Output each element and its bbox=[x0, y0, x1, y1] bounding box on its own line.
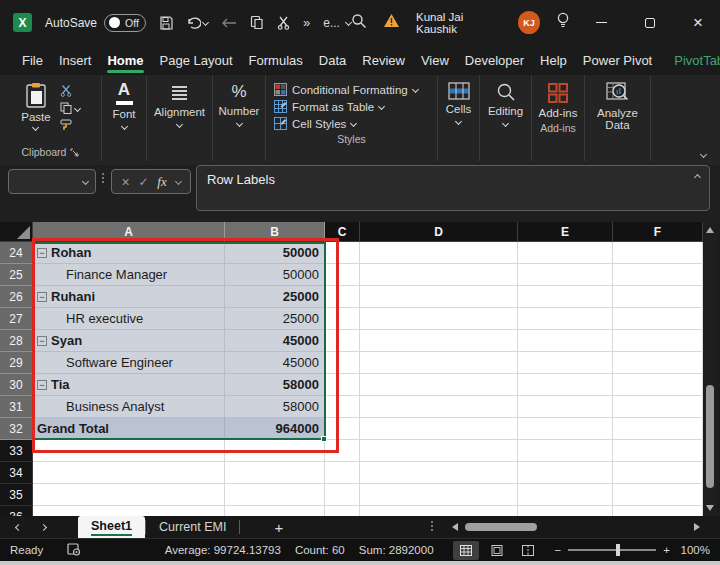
cell-empty[interactable] bbox=[360, 462, 518, 484]
column-header-b[interactable]: B bbox=[225, 222, 325, 242]
cell-empty[interactable] bbox=[325, 484, 360, 506]
cell-empty[interactable] bbox=[360, 484, 518, 506]
cell-empty[interactable] bbox=[613, 440, 703, 462]
cell-empty[interactable] bbox=[325, 418, 360, 440]
cut-button[interactable] bbox=[60, 85, 80, 97]
cell-empty[interactable] bbox=[325, 506, 360, 516]
vertical-scrollbar[interactable] bbox=[703, 222, 717, 516]
page-layout-view-button[interactable] bbox=[484, 541, 510, 560]
cell-empty[interactable] bbox=[613, 396, 703, 418]
cell-value[interactable]: 58000 bbox=[225, 396, 325, 418]
tab-developer[interactable]: Developer bbox=[457, 49, 532, 72]
cell-empty[interactable] bbox=[360, 418, 518, 440]
next-sheet-icon[interactable] bbox=[40, 523, 47, 530]
addins-button[interactable]: Add-ins bbox=[532, 75, 584, 119]
cell-label[interactable]: Finance Manager bbox=[33, 264, 225, 286]
macro-record-button[interactable] bbox=[67, 543, 81, 558]
cell-empty[interactable] bbox=[613, 286, 703, 308]
cell-empty[interactable] bbox=[325, 396, 360, 418]
tab-bar-splitter[interactable] bbox=[431, 521, 433, 531]
tab-pivottable-analyze[interactable]: PivotTable Analyze bbox=[666, 49, 720, 72]
cell-empty[interactable] bbox=[325, 308, 360, 330]
font-menu-button[interactable]: A Font bbox=[102, 75, 146, 129]
fill-handle[interactable] bbox=[321, 436, 327, 442]
qat-overflow-button[interactable]: e... bbox=[323, 16, 351, 30]
tab-help[interactable]: Help bbox=[532, 49, 575, 72]
cell-label[interactable] bbox=[33, 484, 225, 506]
excel-logo-icon[interactable]: X bbox=[13, 13, 32, 32]
select-all-button[interactable] bbox=[0, 222, 33, 242]
cells-menu-button[interactable]: Cells bbox=[438, 75, 479, 124]
cell-empty[interactable] bbox=[613, 264, 703, 286]
prev-sheet-icon[interactable] bbox=[15, 523, 22, 530]
zoom-out-button[interactable]: − bbox=[555, 544, 562, 556]
column-header-c[interactable]: C bbox=[325, 222, 360, 242]
copy-button[interactable] bbox=[60, 102, 80, 114]
cell-value[interactable] bbox=[225, 506, 325, 516]
cell-empty[interactable] bbox=[518, 264, 613, 286]
confirm-entry-button[interactable]: ✓ bbox=[138, 175, 148, 189]
scroll-left-icon[interactable] bbox=[452, 523, 458, 531]
editing-menu-button[interactable]: Editing bbox=[480, 75, 531, 126]
cancel-entry-button[interactable]: × bbox=[121, 174, 129, 190]
row-header[interactable]: 28 bbox=[0, 330, 33, 352]
cell-empty[interactable] bbox=[613, 242, 703, 264]
cell-empty[interactable] bbox=[360, 374, 518, 396]
vertical-scrollbar-thumb[interactable] bbox=[706, 385, 714, 488]
cell-value[interactable] bbox=[225, 440, 325, 462]
row-header[interactable]: 32 bbox=[0, 418, 33, 440]
cell-empty[interactable] bbox=[518, 440, 613, 462]
row-header[interactable]: 27 bbox=[0, 308, 33, 330]
cell-empty[interactable] bbox=[518, 352, 613, 374]
zoom-in-button[interactable]: + bbox=[663, 544, 670, 556]
cut-button[interactable] bbox=[277, 16, 290, 30]
cell-label[interactable] bbox=[33, 506, 225, 516]
collapse-icon[interactable]: − bbox=[37, 380, 47, 390]
add-sheet-button[interactable]: + bbox=[274, 519, 283, 536]
cell-empty[interactable] bbox=[325, 286, 360, 308]
cell-label[interactable] bbox=[33, 462, 225, 484]
format-painter-button[interactable] bbox=[60, 119, 80, 131]
cell-empty[interactable] bbox=[518, 484, 613, 506]
analyze-data-button[interactable]: Analyze Data bbox=[585, 75, 650, 131]
tab-formulas[interactable]: Formulas bbox=[241, 49, 311, 72]
cell-empty[interactable] bbox=[360, 308, 518, 330]
cell-empty[interactable] bbox=[613, 418, 703, 440]
cell-empty[interactable] bbox=[360, 264, 518, 286]
cell-empty[interactable] bbox=[360, 286, 518, 308]
tab-insert[interactable]: Insert bbox=[51, 49, 100, 72]
collapse-icon[interactable]: − bbox=[37, 292, 47, 302]
cell-value[interactable]: 45000 bbox=[225, 352, 325, 374]
cell-label[interactable]: −Rohan bbox=[33, 242, 225, 264]
avatar[interactable]: KJ bbox=[518, 11, 540, 34]
row-header[interactable]: 36 bbox=[0, 506, 33, 516]
cell-label[interactable] bbox=[33, 440, 225, 462]
cell-value[interactable] bbox=[225, 484, 325, 506]
cell-value[interactable]: 45000 bbox=[225, 330, 325, 352]
cell-empty[interactable] bbox=[613, 308, 703, 330]
cell-value[interactable] bbox=[225, 462, 325, 484]
cell-empty[interactable] bbox=[325, 462, 360, 484]
row-header[interactable]: 33 bbox=[0, 440, 33, 462]
row-header[interactable]: 29 bbox=[0, 352, 33, 374]
autosave-control[interactable]: AutoSave Off bbox=[45, 14, 146, 32]
cell-value[interactable]: 25000 bbox=[225, 308, 325, 330]
cell-empty[interactable] bbox=[613, 484, 703, 506]
cell-empty[interactable] bbox=[325, 242, 360, 264]
cell-label[interactable]: HR executive bbox=[33, 308, 225, 330]
collapse-ribbon-icon[interactable] bbox=[700, 151, 707, 158]
cell-empty[interactable] bbox=[613, 462, 703, 484]
account-name[interactable]: Kunal Jai Kaushik bbox=[416, 11, 502, 35]
cell-empty[interactable] bbox=[360, 352, 518, 374]
tab-page-layout[interactable]: Page Layout bbox=[152, 49, 241, 72]
cell-empty[interactable] bbox=[518, 506, 613, 516]
alert-indicator[interactable] bbox=[383, 13, 400, 32]
save-button[interactable] bbox=[159, 16, 173, 30]
page-break-preview-button[interactable] bbox=[515, 541, 541, 560]
sheet-tab-current-emi[interactable]: Current EMI bbox=[146, 516, 239, 538]
row-header[interactable]: 25 bbox=[0, 264, 33, 286]
undo-button[interactable] bbox=[186, 16, 208, 30]
name-box[interactable] bbox=[8, 169, 96, 194]
tab-home[interactable]: Home bbox=[99, 49, 151, 72]
cell-empty[interactable] bbox=[325, 374, 360, 396]
